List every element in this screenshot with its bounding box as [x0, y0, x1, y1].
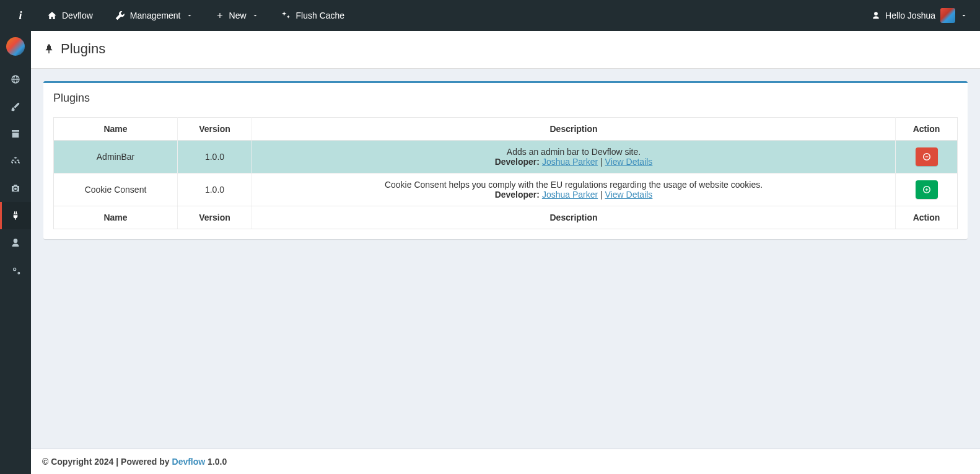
- tf-action: Action: [896, 206, 958, 229]
- content: Plugins Name Version Description Action …: [31, 69, 980, 449]
- deactivate-button[interactable]: [916, 147, 938, 166]
- nav-flush-label: Flush Cache: [296, 11, 345, 20]
- user-greeting: Hello Joshua: [885, 11, 935, 20]
- cell-name: AdminBar: [54, 141, 178, 173]
- chevron-down-icon: [252, 12, 259, 19]
- tf-version: Version: [178, 206, 252, 229]
- developer-label: Developer:: [495, 157, 540, 167]
- view-details-link[interactable]: View Details: [605, 190, 653, 200]
- minus-circle-icon: [922, 152, 931, 161]
- person-icon: [11, 238, 20, 248]
- view-details-link[interactable]: View Details: [605, 157, 653, 167]
- cell-version: 1.0.0: [178, 141, 252, 173]
- gears-icon: [11, 265, 20, 275]
- chevron-down-icon: [186, 12, 193, 19]
- sidebar-item-settings[interactable]: [0, 257, 31, 284]
- plugins-table: Name Version Description Action AdminBar…: [53, 117, 958, 229]
- footer-copyright: © Copyright 2024 | Powered by: [42, 457, 172, 467]
- page-title: Plugins: [43, 41, 968, 57]
- wrench-icon: [115, 11, 125, 20]
- th-action: Action: [896, 118, 958, 141]
- sidebar-item-appearance[interactable]: [0, 93, 31, 120]
- developer-label: Developer:: [495, 190, 540, 200]
- plus-circle-icon: [922, 185, 931, 194]
- chevron-down-icon: [960, 12, 968, 19]
- camera-icon: [11, 183, 20, 193]
- sidebar-item-users[interactable]: [0, 229, 31, 257]
- brush-icon: [11, 102, 20, 112]
- developer-link[interactable]: Joshua Parker: [542, 190, 598, 200]
- th-description: Description: [252, 118, 896, 141]
- developer-link[interactable]: Joshua Parker: [542, 157, 598, 167]
- sidebar-item-content[interactable]: [0, 120, 31, 147]
- sidebar-item-plugins[interactable]: [0, 202, 31, 229]
- main: Plugins Plugins Name Version Description…: [31, 31, 980, 474]
- plug-icon: [11, 211, 20, 221]
- info-icon[interactable]: i: [5, 0, 36, 31]
- cell-action: [896, 173, 958, 206]
- sidebar-item-modules[interactable]: [0, 147, 31, 175]
- nav-management[interactable]: Management: [104, 0, 204, 31]
- cell-description: Adds an admin bar to Devflow site.Develo…: [252, 141, 896, 173]
- sidebar-item-dashboard[interactable]: [0, 66, 31, 93]
- person-icon: [872, 11, 880, 20]
- panel-title: Plugins: [53, 92, 958, 105]
- plugin-description-text: Adds an admin bar to Devflow site.: [260, 147, 888, 157]
- tf-description: Description: [252, 206, 896, 229]
- globe-icon: [11, 74, 20, 84]
- cell-action: [896, 141, 958, 173]
- panel-body: Name Version Description Action AdminBar…: [43, 111, 968, 239]
- panel-header: Plugins: [43, 83, 968, 111]
- home-icon: [47, 11, 57, 20]
- svg-rect-1: [925, 156, 928, 157]
- table-row: AdminBar1.0.0Adds an admin bar to Devflo…: [54, 141, 958, 173]
- cell-version: 1.0.0: [178, 173, 252, 206]
- footer-brand-link[interactable]: Devflow: [172, 457, 206, 467]
- activate-button[interactable]: [916, 180, 938, 199]
- sidebar-avatar[interactable]: [6, 37, 25, 56]
- archive-icon: [11, 129, 20, 139]
- cell-description: Cookie Consent helps you comply with the…: [252, 173, 896, 206]
- th-name: Name: [54, 118, 178, 141]
- nav-flush-cache[interactable]: Flush Cache: [270, 0, 356, 31]
- plugins-panel: Plugins Name Version Description Action …: [43, 81, 968, 239]
- sparkle-icon: [281, 11, 291, 20]
- nav-new-label: New: [229, 11, 247, 20]
- user-menu[interactable]: Hello Joshua: [868, 0, 971, 31]
- navbar-right: Hello Joshua: [868, 0, 975, 31]
- pin-icon: [43, 43, 55, 55]
- nav-management-label: Management: [130, 11, 181, 20]
- plugin-description-text: Cookie Consent helps you comply with the…: [260, 180, 888, 190]
- plus-icon: [216, 11, 224, 20]
- footer-version: 1.0.0: [208, 457, 227, 467]
- top-navbar: i Devflow Management New Flush Cache Hel…: [0, 0, 980, 31]
- tf-name: Name: [54, 206, 178, 229]
- page-header: Plugins: [31, 31, 980, 69]
- footer: © Copyright 2024 | Powered by Devflow 1.…: [31, 449, 980, 474]
- avatar: [940, 8, 955, 23]
- table-row: Cookie Consent1.0.0Cookie Consent helps …: [54, 173, 958, 206]
- cell-name: Cookie Consent: [54, 173, 178, 206]
- nav-new[interactable]: New: [204, 0, 270, 31]
- page-title-text: Plugins: [61, 41, 105, 57]
- sidebar-item-media[interactable]: [0, 175, 31, 202]
- navbar-left: i Devflow Management New Flush Cache: [5, 0, 356, 31]
- th-version: Version: [178, 118, 252, 141]
- nav-brand[interactable]: Devflow: [36, 0, 104, 31]
- sidebar: [0, 31, 31, 474]
- cubes-icon: [11, 156, 20, 166]
- nav-brand-label: Devflow: [62, 11, 93, 20]
